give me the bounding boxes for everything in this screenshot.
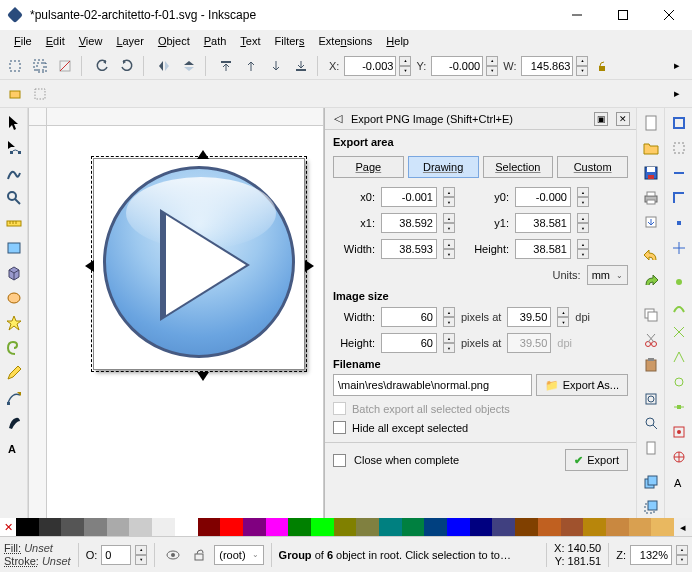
maximize-button[interactable]	[600, 0, 646, 30]
color-swatch[interactable]	[198, 518, 221, 536]
tab-drawing[interactable]: Drawing	[408, 156, 479, 178]
stroke-value[interactable]: Unset	[42, 555, 71, 567]
ewidth-input[interactable]	[381, 239, 437, 259]
layer-new-icon[interactable]	[4, 83, 26, 105]
scale-handle-e[interactable]	[305, 260, 314, 272]
layer-vis-icon[interactable]	[29, 83, 51, 105]
toolbar-overflow-icon[interactable]: ▸	[666, 55, 688, 77]
color-swatch[interactable]	[356, 518, 379, 536]
import-icon[interactable]	[639, 212, 663, 234]
color-swatch[interactable]	[470, 518, 493, 536]
color-swatch[interactable]	[651, 518, 674, 536]
color-swatch[interactable]	[606, 518, 629, 536]
opacity-input[interactable]	[101, 545, 131, 565]
panel-close-icon[interactable]: ✕	[616, 112, 630, 126]
snap-node-icon[interactable]	[667, 271, 691, 293]
layer-lock-icon[interactable]	[188, 544, 210, 566]
tab-page[interactable]: Page	[333, 156, 404, 178]
color-swatch[interactable]	[288, 518, 311, 536]
zoom-spinner[interactable]: ▲▼	[676, 545, 688, 565]
calligraphy-tool-icon[interactable]	[2, 412, 26, 434]
color-swatch[interactable]	[561, 518, 584, 536]
color-swatch[interactable]	[107, 518, 130, 536]
raise-icon[interactable]	[240, 55, 262, 77]
color-swatch[interactable]	[152, 518, 175, 536]
menu-view[interactable]: View	[73, 33, 109, 49]
rotate-ccw-icon[interactable]	[91, 55, 113, 77]
color-swatch[interactable]	[629, 518, 652, 536]
export-as-button[interactable]: 📁Export As...	[536, 374, 628, 396]
color-swatch[interactable]	[583, 518, 606, 536]
w-spinner[interactable]: ▲▼	[576, 56, 588, 76]
y1-input[interactable]	[515, 213, 571, 233]
x-input[interactable]	[344, 56, 396, 76]
iw-input[interactable]	[381, 307, 437, 327]
node-tool-icon[interactable]	[2, 137, 26, 159]
color-swatch[interactable]	[492, 518, 515, 536]
snap-center-icon[interactable]	[667, 237, 691, 259]
snap-text-icon[interactable]: A	[667, 471, 691, 493]
snap-obj-center-icon[interactable]	[667, 421, 691, 443]
snap-enable-icon[interactable]	[667, 112, 691, 134]
snap-intersect-icon[interactable]	[667, 321, 691, 343]
snap-bbox-icon[interactable]	[667, 137, 691, 159]
panel-minimize-icon[interactable]: ▣	[594, 112, 608, 126]
select-all-icon[interactable]	[4, 55, 26, 77]
color-swatch[interactable]	[266, 518, 289, 536]
snap-smooth-icon[interactable]	[667, 371, 691, 393]
pencil-tool-icon[interactable]	[2, 362, 26, 384]
flip-h-icon[interactable]	[153, 55, 175, 77]
color-swatch[interactable]	[129, 518, 152, 536]
menu-edit[interactable]: Edit	[40, 33, 71, 49]
open-icon[interactable]	[639, 137, 663, 159]
x1-input[interactable]	[381, 213, 437, 233]
text-tool-icon[interactable]: A	[2, 437, 26, 459]
spiral-tool-icon[interactable]	[2, 337, 26, 359]
zoom-tool-icon[interactable]	[2, 187, 26, 209]
menu-extensions[interactable]: Extensions	[313, 33, 379, 49]
tweak-tool-icon[interactable]	[2, 162, 26, 184]
selector-tool-icon[interactable]	[2, 112, 26, 134]
canvas-area[interactable]	[28, 108, 324, 518]
copy-icon[interactable]	[639, 304, 663, 326]
ih-input[interactable]	[381, 333, 437, 353]
snap-path-icon[interactable]	[667, 296, 691, 318]
export-button[interactable]: ✔Export	[565, 449, 628, 471]
menu-object[interactable]: Object	[152, 33, 196, 49]
color-swatch[interactable]	[538, 518, 561, 536]
new-doc-icon[interactable]	[639, 112, 663, 134]
paste-icon[interactable]	[639, 354, 663, 376]
3dbox-tool-icon[interactable]	[2, 262, 26, 284]
x-spinner[interactable]: ▲▼	[399, 56, 411, 76]
scale-handle-w[interactable]	[85, 260, 94, 272]
menu-filters[interactable]: Filters	[269, 33, 311, 49]
flip-v-icon[interactable]	[178, 55, 200, 77]
undo-icon[interactable]	[639, 245, 663, 267]
menu-file[interactable]: File	[8, 33, 38, 49]
color-swatch[interactable]	[61, 518, 84, 536]
color-swatch[interactable]	[447, 518, 470, 536]
save-icon[interactable]	[639, 162, 663, 184]
tab-selection[interactable]: Selection	[483, 156, 554, 178]
print-icon[interactable]	[639, 187, 663, 209]
zoom-input[interactable]	[630, 545, 672, 565]
snap-cusp-icon[interactable]	[667, 346, 691, 368]
menu-help[interactable]: Help	[380, 33, 415, 49]
zoom-fit-icon[interactable]	[639, 388, 663, 410]
menu-layer[interactable]: Layer	[110, 33, 150, 49]
color-swatch[interactable]	[515, 518, 538, 536]
select-all-layers-icon[interactable]	[29, 55, 51, 77]
color-swatch[interactable]	[243, 518, 266, 536]
rect-tool-icon[interactable]	[2, 237, 26, 259]
fill-value[interactable]: Unset	[24, 542, 53, 554]
toolbar2-overflow-icon[interactable]: ▸	[666, 83, 688, 105]
measure-tool-icon[interactable]	[2, 212, 26, 234]
filename-input[interactable]	[333, 374, 532, 396]
color-swatch[interactable]	[84, 518, 107, 536]
snap-line-mid-icon[interactable]	[667, 396, 691, 418]
color-swatch[interactable]	[334, 518, 357, 536]
snap-rot-center-icon[interactable]	[667, 446, 691, 468]
y-input[interactable]	[431, 56, 483, 76]
ellipse-tool-icon[interactable]	[2, 287, 26, 309]
color-swatch[interactable]	[16, 518, 39, 536]
